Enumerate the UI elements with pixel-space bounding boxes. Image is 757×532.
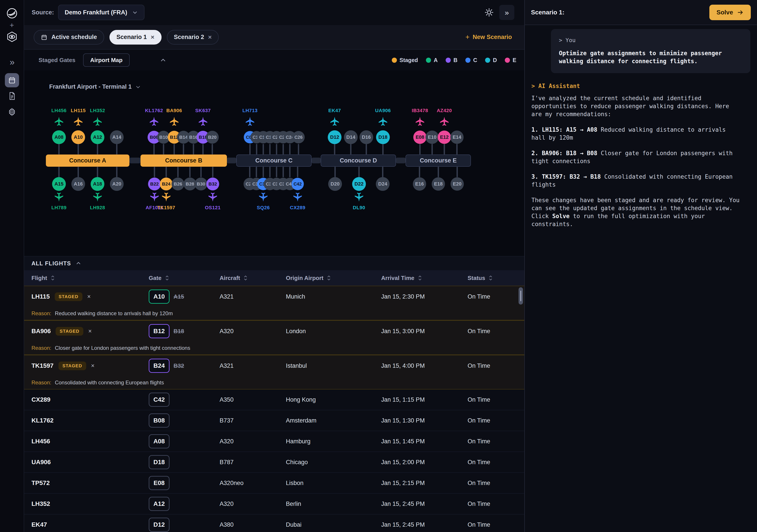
gate-A08[interactable]: A08 xyxy=(52,130,66,144)
flight-marker-UA906[interactable]: UA906 xyxy=(362,108,404,126)
gate-A18[interactable]: A18 xyxy=(91,177,105,191)
table-scrollbar[interactable] xyxy=(519,287,523,304)
staged-gates-toggle[interactable]: Staged Gates xyxy=(39,50,76,71)
gate-B20[interactable]: B20 xyxy=(206,131,219,144)
close-icon[interactable]: × xyxy=(151,34,154,41)
gate-B32[interactable]: B32 xyxy=(206,177,219,190)
flight-cell: LH115STAGED× xyxy=(31,292,149,301)
column-header-aircraft[interactable]: Aircraft xyxy=(220,275,286,282)
flight-marker-DL90[interactable]: DL90 xyxy=(338,192,380,210)
dismiss-staged-icon[interactable]: × xyxy=(91,362,95,369)
column-header-status[interactable]: Status xyxy=(468,275,524,282)
tab-scenario-1[interactable]: Scenario 1× xyxy=(109,30,162,45)
gate-B26[interactable]: B26 xyxy=(171,177,184,190)
all-flights-header[interactable]: ALL FLIGHTS xyxy=(24,256,524,270)
nav-documents-icon[interactable] xyxy=(6,90,18,103)
nav-settings-gear-icon[interactable] xyxy=(6,106,18,118)
tab-label: Active schedule xyxy=(51,34,97,41)
reason-label: Reason: xyxy=(31,380,51,386)
flight-marker-TK1597[interactable]: TK1597 xyxy=(145,192,187,210)
gate-C42[interactable]: C42 xyxy=(291,178,304,190)
gate-D14[interactable]: D14 xyxy=(344,130,358,144)
app-logo-icon xyxy=(6,8,17,19)
gate-D12[interactable]: D12 xyxy=(328,130,342,144)
flight-marker-CX289[interactable]: CX289 xyxy=(277,192,319,210)
flight-code: LH115 xyxy=(71,108,85,113)
flight-row-TP572[interactable]: TP572E08A320neoLisbonJan 15, 2:15 PMOn T… xyxy=(24,473,524,494)
close-icon[interactable]: × xyxy=(208,34,212,41)
flight-row-CX289[interactable]: CX289C42A350Hong KongJan 15, 1:15 PMOn T… xyxy=(24,390,524,410)
flight-row-LH456[interactable]: LH456A08A320HamburgJan 15, 1:45 PMOn Tim… xyxy=(24,431,524,452)
flight-marker-LH115[interactable]: LH115 xyxy=(57,108,99,126)
gate-A14[interactable]: A14 xyxy=(110,130,124,144)
flight-row-KL1762[interactable]: KL1762B08B737AmsterdamJan 15, 1:30 PMOn … xyxy=(24,410,524,431)
new-scenario-button[interactable]: + New Scenario xyxy=(465,33,512,41)
flight-marker-AZ420[interactable]: AZ420 xyxy=(423,108,465,126)
dismiss-staged-icon[interactable]: × xyxy=(87,293,91,300)
collapse-map-chevron-up-icon[interactable] xyxy=(160,57,167,64)
flight-row-UA906[interactable]: UA906D18B787ChicagoJan 15, 2:00 PMOn Tim… xyxy=(24,452,524,473)
theme-sun-icon[interactable] xyxy=(482,5,497,20)
add-icon[interactable]: + xyxy=(10,21,14,29)
eye-hexagon-icon[interactable] xyxy=(6,31,18,43)
gate-A12[interactable]: A12 xyxy=(91,130,105,144)
gate-E16[interactable]: E16 xyxy=(413,177,426,191)
flight-row-LH115[interactable]: LH115STAGED×A10A15A321MunichJan 15, 2:30… xyxy=(24,286,524,307)
gate-stem xyxy=(58,144,60,154)
gate-box-B12: B12 xyxy=(149,324,169,338)
nav-schedule-calendar-icon[interactable] xyxy=(5,73,19,87)
flight-row-LH352[interactable]: LH352A12A320BerlinJan 15, 2:45 PMOn Time xyxy=(24,494,524,515)
gate-D18[interactable]: D18 xyxy=(376,130,390,144)
airport-map-toggle[interactable]: Airport Map xyxy=(83,53,130,67)
column-header-arrival-time[interactable]: Arrival Time xyxy=(381,275,468,282)
gate-E10[interactable]: E10 xyxy=(425,131,439,144)
tab-scenario-2[interactable]: Scenario 2× xyxy=(167,30,219,45)
flight-row-BA906[interactable]: BA906STAGED×B12B18A320LondonJan 15, 3:00… xyxy=(24,321,524,342)
gate-E12[interactable]: E12 xyxy=(438,131,451,144)
column-header-flight[interactable]: Flight xyxy=(31,275,149,282)
flight-marker-EK47[interactable]: EK47 xyxy=(314,108,356,126)
gate-E08[interactable]: E08 xyxy=(413,131,427,144)
gate-E20[interactable]: E20 xyxy=(450,177,464,191)
gate-B22[interactable]: B22 xyxy=(148,177,161,190)
message-paragraph: 1. LH115: A15 → A08 Reduced walking dist… xyxy=(531,126,741,141)
gate-stem xyxy=(262,144,264,154)
gate-A20[interactable]: A20 xyxy=(110,177,124,191)
gate-B30[interactable]: B30 xyxy=(195,177,207,190)
gate-C26[interactable]: C26 xyxy=(292,131,305,143)
flight-code: LH928 xyxy=(90,205,105,210)
gate-D16[interactable]: D16 xyxy=(359,130,373,144)
terminal-selector[interactable]: Frankfurt Airport - Terminal 1 xyxy=(49,83,141,90)
expand-sidebar-icon[interactable]: » xyxy=(10,57,14,67)
column-header-origin-airport[interactable]: Origin Airport xyxy=(286,275,381,282)
gate-E18[interactable]: E18 xyxy=(432,177,445,191)
flight-row-EK47[interactable]: EK47D12A380DubaiJan 15, 2:45 PMOn Time xyxy=(24,515,524,532)
gate-cell: B24B32 xyxy=(149,359,220,373)
gate-A10[interactable]: A10 xyxy=(71,130,85,144)
concourse-bar-concourse-d: Concourse D xyxy=(321,154,396,167)
flight-marker-LH789[interactable]: LH789 xyxy=(38,192,80,210)
dismiss-staged-icon[interactable]: × xyxy=(88,328,92,335)
gate-E14[interactable]: E14 xyxy=(450,131,464,144)
assistant-label: > AI Assistant xyxy=(531,83,750,89)
flight-marker-BA906[interactable]: BA906 xyxy=(153,108,195,126)
user-message-card: > YouOptimize gate assignments to minimi… xyxy=(551,29,750,73)
source-select[interactable]: Demo Frankfurt (FRA) xyxy=(58,5,144,20)
flight-marker-LH928[interactable]: LH928 xyxy=(76,192,119,210)
aircraft-cell: A321 xyxy=(220,293,286,300)
reason-text: Closer gate for London passengers with t… xyxy=(55,345,190,351)
gate-D24[interactable]: D24 xyxy=(376,177,390,191)
tab-active-schedule[interactable]: Active schedule xyxy=(34,30,104,45)
plane-icon xyxy=(439,116,449,126)
flight-row-TK1597[interactable]: TK1597STAGED×B24B32A321IstanbulJan 15, 4… xyxy=(24,355,524,376)
gate-B24[interactable]: B24 xyxy=(160,177,173,190)
column-header-gate[interactable]: Gate xyxy=(149,275,220,282)
solve-button[interactable]: Solve xyxy=(709,5,751,20)
flight-marker-OS121[interactable]: OS121 xyxy=(192,192,234,210)
gate-D22[interactable]: D22 xyxy=(352,177,366,191)
collapse-panel-button[interactable]: » xyxy=(499,5,514,20)
gate-D20[interactable]: D20 xyxy=(328,177,342,191)
flight-marker-LH713[interactable]: LH713 xyxy=(229,108,271,126)
gate-A15[interactable]: A15 xyxy=(52,177,66,191)
gate-A16[interactable]: A16 xyxy=(71,177,85,191)
